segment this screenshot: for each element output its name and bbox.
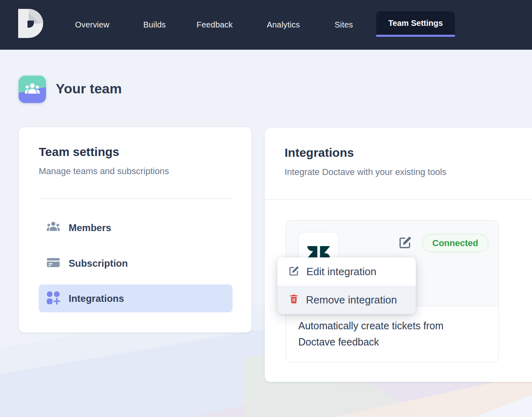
menu-item-label: Remove integration — [306, 294, 397, 306]
sidebar-item-members[interactable]: Members — [39, 214, 232, 242]
sidebar-item-subscription[interactable]: Subscription — [39, 249, 232, 277]
divider — [265, 199, 532, 200]
integration-description: Automatically create tickets from Doctav… — [298, 318, 478, 350]
sidebar-item-label: Integrations — [69, 293, 124, 304]
nav-item-analytics[interactable]: Analytics — [267, 0, 300, 50]
integrations-card: Integrations Integrate Doctave with your… — [265, 128, 532, 382]
team-settings-card: Team settings Manage teams and subscript… — [19, 127, 251, 333]
team-settings-card-title: Team settings — [39, 145, 119, 159]
integrations-card-title: Integrations — [285, 146, 354, 160]
sidebar-item-label: Members — [69, 222, 111, 234]
nav-item-team-settings-active[interactable]: Team Settings — [376, 11, 455, 37]
integrations-icon — [46, 291, 61, 307]
doctave-logo[interactable] — [18, 9, 43, 38]
trash-icon — [289, 294, 299, 306]
sidebar-item-label: Subscription — [69, 258, 128, 269]
nav-item-overview[interactable]: Overview — [75, 0, 109, 50]
team-people-icon — [19, 76, 46, 103]
integrations-card-subtitle: Integrate Doctave with your existing too… — [285, 167, 446, 177]
integration-context-menu: Edit integration Remove integration — [277, 257, 416, 314]
edit-icon[interactable] — [398, 236, 412, 249]
edit-icon — [289, 265, 300, 278]
team-settings-card-subtitle: Manage teams and subscriptions — [39, 166, 169, 177]
menu-item-label: Edit integration — [306, 265, 376, 278]
status-badge-connected: Connected — [422, 234, 488, 252]
nav-item-builds[interactable]: Builds — [143, 0, 166, 50]
menu-item-edit-integration[interactable]: Edit integration — [277, 257, 416, 286]
credit-card-icon — [46, 255, 61, 272]
menu-item-remove-integration[interactable]: Remove integration — [277, 286, 416, 314]
sidebar-item-integrations-selected[interactable]: Integrations — [39, 284, 232, 312]
nav-item-sites[interactable]: Sites — [335, 0, 353, 50]
top-navbar: Overview Builds Feedback Analytics Sites… — [0, 0, 532, 50]
app-root: Overview Builds Feedback Analytics Sites… — [0, 0, 532, 417]
nav-item-feedback[interactable]: Feedback — [197, 0, 232, 50]
page-title: Your team — [56, 81, 122, 97]
members-icon — [46, 220, 61, 236]
divider — [39, 198, 232, 199]
